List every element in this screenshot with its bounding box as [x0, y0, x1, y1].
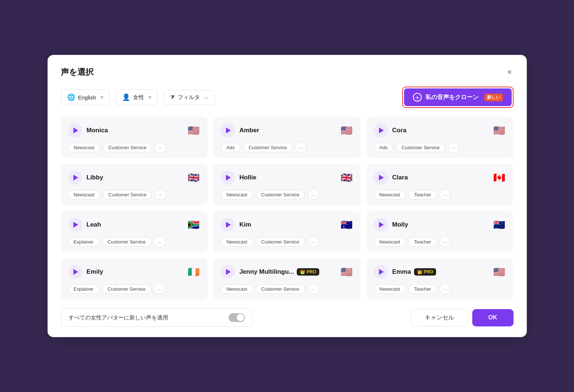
voice-card-top: Kim🇦🇺 — [221, 218, 353, 232]
more-options-button[interactable]: ··· — [154, 283, 165, 294]
voice-tags: AdsCustomer Service··· — [374, 142, 506, 153]
voice-tags: NewscastCustomer Service··· — [221, 283, 353, 294]
more-options-button[interactable]: ··· — [155, 189, 166, 200]
more-options-button[interactable]: ··· — [308, 189, 319, 200]
voice-tag: Customer Service — [396, 143, 445, 152]
voice-card: Cora🇺🇸AdsCustomer Service··· — [366, 117, 514, 158]
play-button[interactable] — [68, 171, 82, 185]
modal-title: 声を選択 — [61, 67, 94, 78]
flag-icon: 🇬🇧 — [340, 171, 353, 184]
voice-tag: Teacher — [408, 237, 436, 246]
voice-name-row: Clara — [392, 174, 408, 181]
voice-card-top: Emma👑 PRO🇺🇸 — [374, 265, 506, 279]
voice-card: Leah🇿🇦ExplainerCustomer Service··· — [61, 211, 208, 252]
voice-name-row: Cora — [392, 127, 407, 134]
play-icon — [73, 175, 78, 181]
voice-card-top: Emily🇮🇪 — [68, 265, 201, 279]
voice-tag: Newscast — [68, 190, 100, 199]
modal-header: 声を選択 × — [61, 67, 514, 78]
more-options-button[interactable]: ··· — [308, 283, 319, 294]
play-button[interactable] — [221, 218, 235, 232]
voice-tags: ExplainerCustomer Service··· — [68, 236, 201, 247]
flag-icon: 🇮🇪 — [187, 265, 200, 279]
voice-tag: Customer Service — [243, 143, 292, 152]
voice-tags: ExplainerCustomer Service··· — [68, 283, 201, 294]
voice-name-row: Leah — [87, 221, 101, 228]
voice-name-row: Monica — [87, 127, 108, 134]
close-button[interactable]: × — [506, 67, 514, 78]
voice-name: Amber — [239, 127, 259, 134]
play-button[interactable] — [374, 218, 388, 232]
play-icon — [73, 222, 78, 228]
play-button[interactable] — [68, 265, 82, 279]
voice-card-top: Hollie🇬🇧 — [221, 171, 353, 185]
voice-card: Emma👑 PRO🇺🇸NewscastTeacher··· — [366, 258, 514, 300]
play-button[interactable] — [221, 123, 235, 137]
play-button[interactable] — [374, 171, 388, 185]
voice-tag: Newscast — [374, 190, 406, 199]
cancel-button[interactable]: キャンセル — [411, 309, 468, 326]
toggle-label: すべての女性アバターに新しい声を適用 — [69, 314, 223, 321]
flag-icon: 🇺🇸 — [340, 124, 353, 137]
voice-card-top: Clara🇨🇦 — [374, 171, 506, 185]
play-button[interactable] — [221, 171, 235, 185]
more-options-button[interactable]: ··· — [439, 236, 450, 247]
voice-tag: Customer Service — [103, 143, 152, 152]
modal-overlay[interactable]: 声を選択 × 🌐 English ▾ 👤 女性 ▾ ⧩ フィルタ ··· — [0, 0, 574, 392]
voice-tag: Newscast — [221, 190, 253, 199]
chevron-down-icon-2: ▾ — [149, 94, 152, 101]
play-button[interactable] — [68, 123, 82, 137]
more-options-button[interactable]: ··· — [155, 142, 166, 153]
voice-tag: Explainer — [68, 284, 99, 294]
voice-name: Leah — [87, 221, 101, 228]
voice-card-top: Libby🇬🇧 — [68, 171, 201, 185]
flag-icon: 🇺🇸 — [187, 124, 200, 137]
footer-bar: すべての女性アバターに新しい声を適用 キャンセル OK — [61, 308, 514, 327]
more-options-button[interactable]: ··· — [295, 142, 306, 153]
ok-button[interactable]: OK — [472, 309, 514, 326]
voice-tag: Customer Service — [256, 237, 305, 246]
voice-tag: Newscast — [68, 143, 100, 152]
more-options-button[interactable]: ··· — [308, 236, 319, 247]
voice-name: Clara — [392, 174, 408, 181]
flag-icon: 🇿🇦 — [187, 218, 200, 231]
play-icon — [226, 269, 231, 275]
clone-voice-button[interactable]: ＋ 私の音声をクローン 新しい — [404, 88, 512, 106]
more-options-button[interactable]: ··· — [154, 236, 165, 247]
play-button[interactable] — [221, 265, 235, 279]
filter-button[interactable]: ⧩ フィルタ ··· — [164, 90, 215, 105]
apply-toggle[interactable] — [229, 313, 245, 322]
voice-left: Amber — [221, 123, 259, 137]
flag-icon: 🇨🇦 — [493, 171, 506, 184]
gender-filter[interactable]: 👤 女性 ▾ — [116, 89, 158, 105]
voice-name-row: Emily — [87, 268, 103, 276]
filter-label: フィルタ — [178, 94, 200, 101]
voice-tags: NewscastCustomer Service··· — [68, 142, 201, 153]
voice-name: Monica — [87, 127, 108, 134]
toggle-row: すべての女性アバターに新しい声を適用 — [61, 308, 253, 327]
voice-left: Molly — [374, 218, 408, 232]
voice-left: Emily — [68, 265, 103, 279]
filter-row: 🌐 English ▾ 👤 女性 ▾ ⧩ フィルタ ··· ＋ 私の音声をクロー… — [61, 87, 514, 108]
voice-left: Emma👑 PRO — [374, 265, 436, 279]
voice-name: Cora — [392, 127, 407, 134]
more-options-button[interactable]: ··· — [439, 283, 450, 294]
filter-icon: ⧩ — [170, 94, 175, 101]
voice-name-row: Emma👑 PRO — [392, 268, 436, 276]
flag-icon: 🇳🇿 — [493, 218, 506, 231]
language-filter[interactable]: 🌐 English ▾ — [61, 89, 110, 105]
more-options-button[interactable]: ··· — [439, 189, 450, 200]
play-button[interactable] — [68, 218, 82, 232]
voice-left: Cora — [374, 123, 407, 137]
voice-left: Leah — [68, 218, 101, 232]
voice-name: Hollie — [239, 174, 256, 181]
play-button[interactable] — [374, 123, 388, 137]
voice-card: Hollie🇬🇧NewscastCustomer Service··· — [213, 164, 361, 205]
play-button[interactable] — [374, 265, 388, 279]
voice-tags: NewscastCustomer Service··· — [221, 189, 353, 200]
pro-badge: 👑 PRO — [297, 268, 319, 276]
voice-tag: Ads — [374, 143, 393, 152]
toggle-knob — [237, 314, 244, 321]
play-icon — [226, 127, 231, 133]
more-options-button[interactable]: ··· — [448, 142, 459, 153]
